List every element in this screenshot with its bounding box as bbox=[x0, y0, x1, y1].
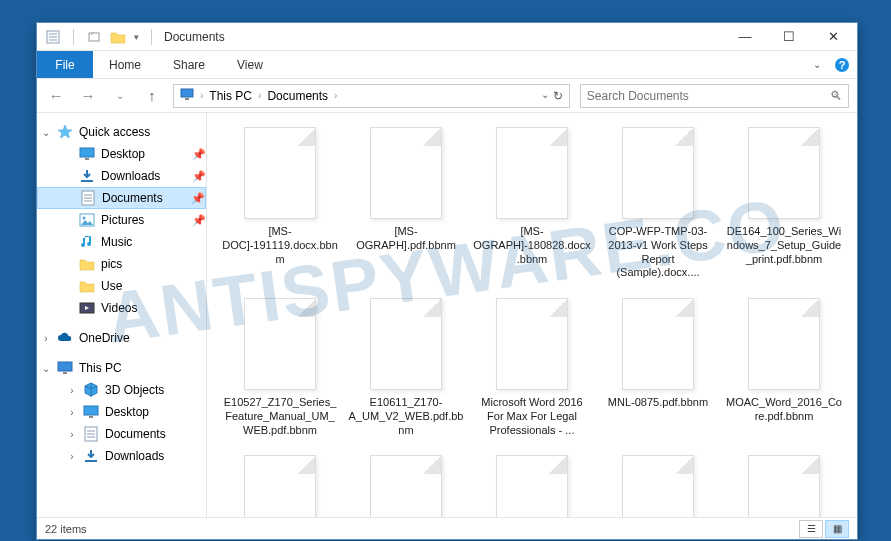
svg-rect-9 bbox=[80, 148, 94, 157]
file-item[interactable]: MOAC_Word_2016_Core.pdf.bbnm bbox=[725, 298, 843, 437]
nav-label: Downloads bbox=[101, 169, 160, 183]
file-item[interactable]: [MS-OGRAPH]-180828.docx.bbnm bbox=[473, 127, 591, 280]
chevron-right-icon[interactable]: › bbox=[67, 451, 77, 462]
address-dropdown-icon[interactable]: ⌄ bbox=[541, 89, 549, 103]
window-controls: — ☐ ✕ bbox=[723, 23, 855, 51]
file-item[interactable]: [MS-DOC]-191119.docx.bbnm bbox=[221, 127, 339, 280]
nav-label: Music bbox=[101, 235, 132, 249]
file-name: COP-WFP-TMP-03-2013-v1 Work Steps Report… bbox=[599, 225, 717, 280]
sidebar-item-use[interactable]: Use bbox=[37, 275, 206, 297]
search-box[interactable]: 🔍︎ bbox=[580, 84, 849, 108]
recent-dropdown-icon[interactable]: ⌄ bbox=[109, 85, 131, 107]
chevron-right-icon[interactable]: › bbox=[200, 90, 203, 101]
chevron-right-icon[interactable]: › bbox=[67, 385, 77, 396]
qat-dropdown-icon[interactable]: ▾ bbox=[134, 32, 139, 42]
sidebar-item-desktop[interactable]: ›Desktop bbox=[37, 401, 206, 423]
svg-text:?: ? bbox=[839, 59, 846, 71]
help-icon[interactable]: ? bbox=[827, 51, 857, 78]
nav-this-pc[interactable]: ⌄ This PC bbox=[37, 357, 206, 379]
breadcrumb[interactable]: › This PC › Documents › ⌄ ↻ bbox=[173, 84, 570, 108]
folder-icon bbox=[79, 256, 95, 272]
sidebar-item-videos[interactable]: Videos bbox=[37, 297, 206, 319]
chevron-right-icon[interactable]: › bbox=[258, 90, 261, 101]
file-item[interactable]: COP-WFP-TMP-03-2013-v1 Work Steps Report… bbox=[599, 127, 717, 280]
back-button[interactable]: ← bbox=[45, 85, 67, 107]
file-tab[interactable]: File bbox=[37, 51, 93, 78]
pin-icon: 📌 bbox=[191, 192, 205, 205]
sidebar-item-pictures[interactable]: Pictures📌 bbox=[37, 209, 206, 231]
chevron-right-icon[interactable]: › bbox=[334, 90, 337, 101]
file-item[interactable]: E10611_Z170-A_UM_V2_WEB.pdf.bbnm bbox=[347, 298, 465, 437]
file-thumbnail-icon bbox=[748, 455, 820, 517]
icons-view-button[interactable]: ▦ bbox=[825, 520, 849, 538]
file-item[interactable] bbox=[725, 455, 843, 517]
sidebar-item-documents[interactable]: Documents📌 bbox=[37, 187, 206, 209]
chevron-right-icon[interactable]: › bbox=[41, 333, 51, 344]
file-thumbnail-icon bbox=[370, 455, 442, 517]
close-button[interactable]: ✕ bbox=[811, 23, 855, 51]
file-thumbnail-icon bbox=[370, 127, 442, 219]
up-button[interactable]: ↑ bbox=[141, 85, 163, 107]
file-item[interactable] bbox=[347, 455, 465, 517]
file-item[interactable]: Microsoft Word 2016 For Max For Legal Pr… bbox=[473, 298, 591, 437]
tab-home[interactable]: Home bbox=[93, 51, 157, 78]
window-title: Documents bbox=[164, 30, 225, 44]
sidebar-item-downloads[interactable]: Downloads📌 bbox=[37, 165, 206, 187]
search-input[interactable] bbox=[587, 89, 830, 103]
svg-rect-10 bbox=[85, 158, 89, 160]
nav-label: Quick access bbox=[79, 125, 150, 139]
refresh-icon[interactable]: ↻ bbox=[553, 89, 563, 103]
file-name: Microsoft Word 2016 For Max For Legal Pr… bbox=[473, 396, 591, 437]
sidebar-item-3d-objects[interactable]: ›3D Objects bbox=[37, 379, 206, 401]
tab-view[interactable]: View bbox=[221, 51, 279, 78]
nav-quick-access[interactable]: ⌄ Quick access bbox=[37, 121, 206, 143]
nav-label: Desktop bbox=[105, 405, 149, 419]
chevron-right-icon[interactable]: › bbox=[67, 407, 77, 418]
svg-rect-7 bbox=[181, 89, 193, 97]
file-item[interactable]: DE164_100_Series_Windows_7_Setup_Guide_p… bbox=[725, 127, 843, 280]
file-name: E10527_Z170_Series_Feature_Manual_UM_WEB… bbox=[221, 396, 339, 437]
ribbon-expand-icon[interactable]: ⌄ bbox=[807, 51, 827, 78]
properties-icon[interactable] bbox=[45, 29, 61, 45]
desktop-icon bbox=[79, 146, 95, 162]
file-item[interactable]: [MS-OGRAPH].pdf.bbnm bbox=[347, 127, 465, 280]
folder-icon[interactable] bbox=[110, 29, 126, 45]
nav-label: Use bbox=[101, 279, 122, 293]
maximize-button[interactable]: ☐ bbox=[767, 23, 811, 51]
chevron-right-icon[interactable]: › bbox=[67, 429, 77, 440]
file-item[interactable] bbox=[599, 455, 717, 517]
file-item[interactable]: E10527_Z170_Series_Feature_Manual_UM_WEB… bbox=[221, 298, 339, 437]
address-row: ← → ⌄ ↑ › This PC › Documents › ⌄ ↻ 🔍︎ bbox=[37, 79, 857, 113]
restore-icon[interactable] bbox=[86, 29, 102, 45]
sidebar-item-documents[interactable]: ›Documents bbox=[37, 423, 206, 445]
nav-onedrive[interactable]: › OneDrive bbox=[37, 327, 206, 349]
sidebar-item-pics[interactable]: pics bbox=[37, 253, 206, 275]
pc-icon bbox=[180, 87, 194, 104]
navigation-pane[interactable]: ⌄ Quick access Desktop📌Downloads📌Documen… bbox=[37, 113, 207, 517]
nav-label: Videos bbox=[101, 301, 137, 315]
svg-rect-22 bbox=[89, 416, 93, 418]
file-name: MNL-0875.pdf.bbnm bbox=[608, 396, 708, 410]
forward-button[interactable]: → bbox=[77, 85, 99, 107]
desktop-icon bbox=[83, 404, 99, 420]
file-list[interactable]: [MS-DOC]-191119.docx.bbnm[MS-OGRAPH].pdf… bbox=[207, 113, 857, 517]
file-item[interactable]: MNL-0875.pdf.bbnm bbox=[599, 298, 717, 437]
tab-share[interactable]: Share bbox=[157, 51, 221, 78]
folder-icon bbox=[79, 278, 95, 294]
file-thumbnail-icon bbox=[496, 455, 568, 517]
sidebar-item-desktop[interactable]: Desktop📌 bbox=[37, 143, 206, 165]
sidebar-item-downloads[interactable]: ›Downloads bbox=[37, 445, 206, 467]
sidebar-item-music[interactable]: Music bbox=[37, 231, 206, 253]
search-icon[interactable]: 🔍︎ bbox=[830, 89, 842, 103]
file-item[interactable] bbox=[473, 455, 591, 517]
nav-label: This PC bbox=[79, 361, 122, 375]
file-thumbnail-icon bbox=[370, 298, 442, 390]
breadcrumb-part[interactable]: This PC bbox=[209, 89, 252, 103]
breadcrumb-part[interactable]: Documents bbox=[267, 89, 328, 103]
minimize-button[interactable]: — bbox=[723, 23, 767, 51]
documents-icon bbox=[83, 426, 99, 442]
details-view-button[interactable]: ☰ bbox=[799, 520, 823, 538]
chevron-down-icon[interactable]: ⌄ bbox=[41, 127, 51, 138]
chevron-down-icon[interactable]: ⌄ bbox=[41, 363, 51, 374]
file-item[interactable] bbox=[221, 455, 339, 517]
